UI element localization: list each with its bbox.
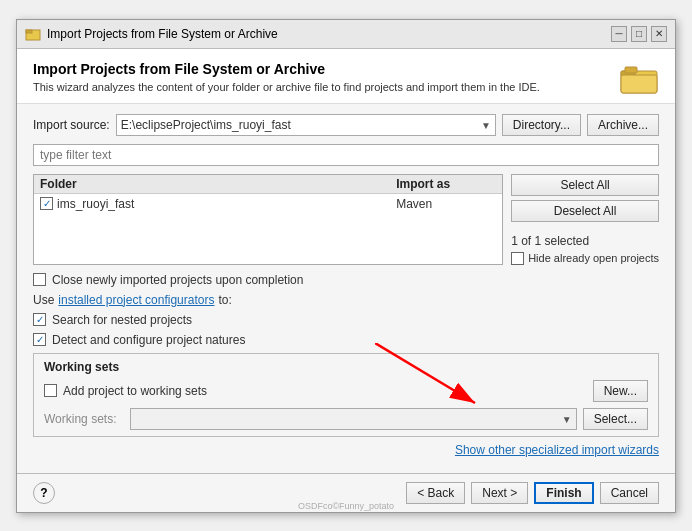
help-button[interactable]: ? (33, 482, 55, 504)
watermark: OSDFco©Funny_potato (298, 501, 394, 511)
row-checkbox[interactable]: ✓ (40, 197, 53, 210)
add-to-working-sets-checkbox[interactable] (44, 384, 57, 397)
header-title: Import Projects from File System or Arch… (33, 61, 540, 77)
import-source-label: Import source: (33, 118, 110, 132)
archive-button[interactable]: Archive... (587, 114, 659, 136)
finish-button[interactable]: Finish (534, 482, 593, 504)
dialog-icon (25, 26, 41, 42)
import-source-input[interactable]: E:\eclipseProject\ims_ruoyi_fast ▼ (116, 114, 496, 136)
hide-open-label: Hide already open projects (528, 252, 659, 264)
import-source-row: Import source: E:\eclipseProject\ims_ruo… (33, 114, 659, 136)
show-specialized-link[interactable]: Show other specialized import wizards (455, 443, 659, 457)
directory-button[interactable]: Directory... (502, 114, 581, 136)
detect-configure-row: ✓ Detect and configure project natures (33, 333, 659, 347)
installed-configurators-row: Use installed project configurators to: (33, 293, 659, 307)
use-label: Use (33, 293, 54, 307)
list-container: Folder Import as ✓ ims_ruoyi_fast Maven … (33, 174, 659, 265)
row-importas: Maven (396, 197, 496, 211)
main-dialog: Import Projects from File System or Arch… (16, 19, 676, 513)
show-link-row: Show other specialized import wizards (33, 443, 659, 457)
row-name: ims_ruoyi_fast (57, 197, 392, 211)
side-buttons: Select All Deselect All 1 of 1 selected … (511, 174, 659, 265)
maximize-button[interactable]: □ (631, 26, 647, 42)
dialog-header: Import Projects from File System or Arch… (17, 49, 675, 104)
search-nested-label: Search for nested projects (52, 313, 192, 327)
svg-rect-5 (625, 67, 637, 73)
select-all-button[interactable]: Select All (511, 174, 659, 196)
search-nested-checkbox[interactable]: ✓ (33, 313, 46, 326)
minimize-button[interactable]: ─ (611, 26, 627, 42)
close-button[interactable]: ✕ (651, 26, 667, 42)
working-sets-group: Working sets Add project to working sets… (33, 353, 659, 437)
working-sets-title: Working sets (44, 360, 648, 374)
new-working-set-button[interactable]: New... (593, 380, 648, 402)
close-newly-checkbox[interactable] (33, 273, 46, 286)
close-newly-label: Close newly imported projects upon compl… (52, 273, 303, 287)
list-item[interactable]: ✓ ims_ruoyi_fast Maven (34, 194, 502, 214)
col-folder: Folder (40, 177, 396, 191)
add-to-working-sets-label: Add project to working sets (63, 384, 207, 398)
title-bar: Import Projects from File System or Arch… (17, 20, 675, 49)
title-bar-text: Import Projects from File System or Arch… (47, 27, 278, 41)
to-label: to: (218, 293, 231, 307)
svg-rect-4 (621, 75, 657, 93)
svg-rect-1 (26, 30, 32, 33)
dialog-body: Import source: E:\eclipseProject\ims_ruo… (17, 104, 675, 473)
cancel-button[interactable]: Cancel (600, 482, 659, 504)
filter-input[interactable] (33, 144, 659, 166)
bottom-buttons: < Back Next > Finish Cancel (406, 482, 659, 504)
search-nested-row: ✓ Search for nested projects (33, 313, 659, 327)
detect-configure-checkbox[interactable]: ✓ (33, 333, 46, 346)
folder-icon (619, 61, 659, 95)
back-button[interactable]: < Back (406, 482, 465, 504)
working-sets-combo-label: Working sets: (44, 412, 124, 426)
hide-open-checkbox[interactable] (511, 252, 524, 265)
detect-configure-label: Detect and configure project natures (52, 333, 245, 347)
close-newly-row: Close newly imported projects upon compl… (33, 273, 659, 287)
list-header: Folder Import as (34, 175, 502, 194)
deselect-all-button[interactable]: Deselect All (511, 200, 659, 222)
select-working-sets-button[interactable]: Select... (583, 408, 648, 430)
working-sets-combo-row: Working sets: ▼ Select... (44, 408, 648, 430)
working-sets-add-row: Add project to working sets New... (44, 380, 648, 402)
next-button[interactable]: Next > (471, 482, 528, 504)
installed-link[interactable]: installed project configurators (58, 293, 214, 307)
working-sets-combo-arrow: ▼ (562, 413, 572, 424)
working-sets-combo[interactable]: ▼ (130, 408, 577, 430)
col-importas: Import as (396, 177, 496, 191)
selection-info: 1 of 1 selected (511, 234, 659, 248)
header-description: This wizard analyzes the content of your… (33, 81, 540, 93)
